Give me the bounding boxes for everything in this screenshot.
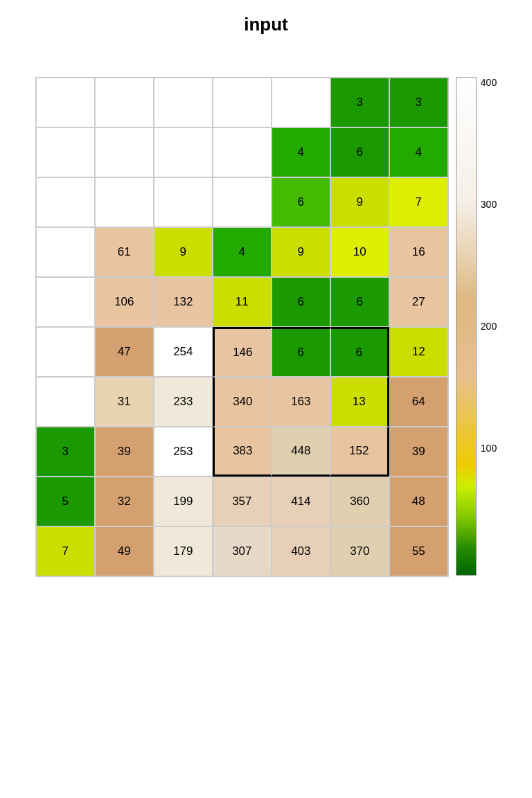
grid-cell: 307 (213, 526, 272, 576)
grid-cell (154, 127, 213, 177)
grid-cell: 340 (213, 377, 272, 427)
grid-cell: 47 (95, 327, 154, 377)
grid-cell: 254 (154, 327, 213, 377)
grid-cell: 9 (330, 177, 389, 227)
grid-cell (272, 78, 330, 127)
grid-cell: 10 (330, 227, 389, 277)
grid-cell: 6 (272, 327, 330, 377)
grid-cell (95, 127, 154, 177)
grid-cell: 357 (213, 477, 272, 526)
heatmap-grid: 3346469761949101610613211662747254146661… (35, 77, 449, 577)
legend-label-400: 400 (481, 77, 497, 88)
grid-cell: 4 (272, 127, 330, 177)
grid-cell: 27 (389, 277, 448, 327)
grid-cell (95, 177, 154, 227)
grid-cell: 11 (213, 277, 272, 327)
grid-cell: 179 (154, 526, 213, 576)
grid-cell: 383 (213, 427, 272, 477)
grid-cell: 4 (389, 127, 448, 177)
grid-cell: 163 (272, 377, 330, 427)
grid-cell (213, 127, 272, 177)
grid-cell: 39 (389, 427, 448, 477)
grid-cell: 32 (95, 477, 154, 526)
grid-cell: 132 (154, 277, 213, 327)
grid-cell: 39 (95, 427, 154, 477)
grid-cell: 7 (389, 177, 448, 227)
grid-cell: 448 (272, 427, 330, 477)
grid-cell: 7 (36, 526, 95, 576)
grid-cell (36, 277, 95, 327)
grid-cell: 146 (213, 327, 272, 377)
legend-label-100: 100 (481, 443, 497, 454)
page-title: input (244, 14, 288, 35)
grid-cell: 61 (95, 227, 154, 277)
grid-cell: 6 (272, 277, 330, 327)
grid-cell: 64 (389, 377, 448, 427)
grid-cell: 3 (36, 427, 95, 477)
grid-cell: 6 (272, 177, 330, 227)
grid-cell (154, 78, 213, 127)
grid-cell: 4 (213, 227, 272, 277)
grid-cell: 199 (154, 477, 213, 526)
grid-cell (36, 377, 95, 427)
grid-cell: 16 (389, 227, 448, 277)
grid-cell: 49 (95, 526, 154, 576)
grid-cell: 5 (36, 477, 95, 526)
grid-cell: 414 (272, 477, 330, 526)
grid-cell: 106 (95, 277, 154, 327)
grid-cell (213, 78, 272, 127)
grid-cell: 253 (154, 427, 213, 477)
grid-cell (213, 177, 272, 227)
grid-cell: 9 (272, 227, 330, 277)
grid-cell: 13 (330, 377, 389, 427)
grid-cell (154, 177, 213, 227)
grid-cell (95, 78, 154, 127)
grid-cell: 3 (389, 78, 448, 127)
grid-cell: 370 (330, 526, 389, 576)
grid-cell (36, 227, 95, 277)
legend: 400 300 200 100 (456, 77, 497, 576)
grid-cell: 3 (330, 78, 389, 127)
legend-label-200: 200 (481, 321, 497, 332)
chart-area: 3346469761949101610613211662747254146661… (35, 77, 497, 577)
grid-cell: 233 (154, 377, 213, 427)
legend-color-bar (456, 77, 477, 576)
grid-cell: 6 (330, 277, 389, 327)
grid-cell (36, 78, 95, 127)
grid-cell: 6 (330, 327, 389, 377)
grid-cell: 12 (389, 327, 448, 377)
grid-cell (36, 327, 95, 377)
grid-cell: 31 (95, 377, 154, 427)
grid-cell: 9 (154, 227, 213, 277)
grid-cell: 152 (330, 427, 389, 477)
legend-label-0 (481, 565, 497, 576)
grid-cell: 48 (389, 477, 448, 526)
grid-cell: 360 (330, 477, 389, 526)
grid-cell (36, 177, 95, 227)
grid-cell: 6 (330, 127, 389, 177)
grid-cell (36, 127, 95, 177)
grid-cell: 55 (389, 526, 448, 576)
legend-label-300: 300 (481, 199, 497, 210)
grid-cell: 403 (272, 526, 330, 576)
